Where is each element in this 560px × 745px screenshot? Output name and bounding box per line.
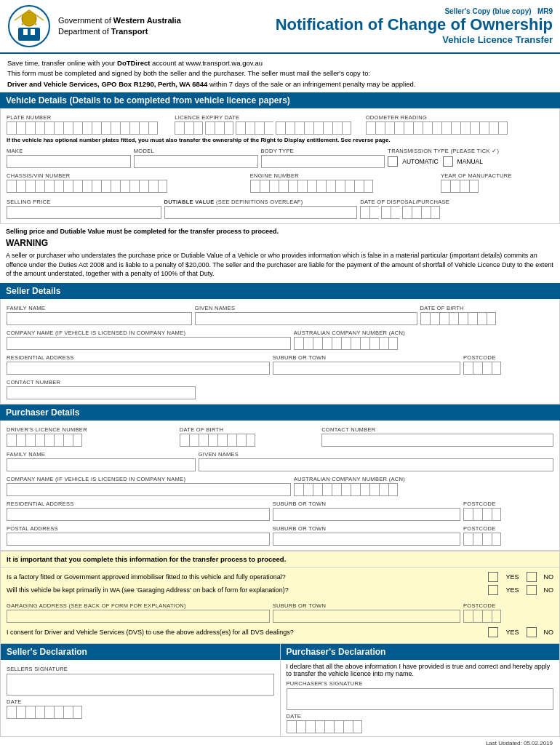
plate-licence-odometer-row: PLATE NUMBER LICENCE EXPIRY DATE [7, 111, 553, 135]
form-title-block: Seller's Copy (blue copy) MR9 Notificati… [223, 7, 553, 45]
purchaser-given-input[interactable] [199, 458, 553, 471]
disposal-date-input[interactable] [360, 206, 553, 219]
licence-expiry-input[interactable] [175, 121, 362, 135]
purchaser-contact-label: CONTACT NUMBER [321, 426, 553, 433]
purchasers-sig-input[interactable] [287, 688, 554, 710]
purchaser-family-input[interactable] [7, 458, 196, 471]
garaging-postcode-label: POSTCODE [463, 602, 553, 609]
seller-date-input[interactable] [7, 706, 274, 719]
seller-suburb-input[interactable] [273, 362, 460, 375]
garaging-input[interactable] [7, 610, 270, 623]
make-input[interactable] [7, 155, 131, 168]
seller-company-input[interactable] [7, 337, 291, 350]
purchaser-dob-input[interactable] [180, 434, 319, 447]
svg-rect-2 [18, 28, 40, 41]
plate-number-input[interactable] [7, 121, 172, 135]
odometer-input[interactable] [366, 121, 553, 135]
purchaser-contact-input[interactable] [321, 434, 553, 447]
purchaser-given-label: GIVEN NAMES [199, 451, 553, 458]
seller-contact-input[interactable] [7, 386, 196, 399]
garaging-label: GARAGING ADDRESS (SEE BACK OF FORM FOR E… [7, 602, 270, 609]
year-label: YEAR OF MANUFACTURE [441, 172, 553, 179]
chassis-engine-year-row: CHASSIS/VIN NUMBER ENGINE NUMBER [7, 170, 553, 193]
purchaser-acn-input[interactable] [294, 483, 553, 496]
body-type-label: BODY TYPE [261, 148, 385, 154]
automatic-checkbox[interactable] [388, 156, 398, 167]
purchaser-address-row: RESIDENTIAL ADDRESS SUBURB OR TOWN POSTC… [7, 498, 553, 521]
garaging-no-checkbox[interactable] [527, 585, 537, 595]
seller-name-dob-row: FAMILY NAME GIVEN NAMES DATE OF BIRTH [7, 302, 553, 325]
seller-postcode-input[interactable] [463, 362, 553, 375]
purchaser-suburb-label: SUBURB OR TOWN [273, 501, 460, 507]
purchaser-postal-postcode-input[interactable] [463, 533, 553, 546]
seller-acn-input[interactable] [294, 337, 553, 350]
purchaser-residential-input[interactable] [7, 508, 270, 521]
immobiliser-yes-no: YES NO [488, 572, 553, 582]
purchaser-postal-suburb-label: SUBURB OR TOWN [273, 525, 460, 532]
seller-decl-header: Seller's Declaration [1, 644, 280, 660]
seller-dob-label: DATE OF BIRTH [420, 305, 553, 311]
gov-logo [7, 4, 51, 48]
purchaser-postal-label: POSTAL ADDRESS [7, 525, 270, 532]
immobiliser-no-checkbox[interactable] [527, 572, 537, 582]
immobiliser-yes-checkbox[interactable] [488, 572, 498, 582]
odometer-label: ODOMETER READING [366, 114, 553, 121]
consent-no-checkbox[interactable] [527, 627, 537, 637]
purchaser-decl-header: Purchaser's Declaration [281, 644, 560, 660]
dutiable-value-input[interactable] [164, 206, 358, 219]
purchaser-family-label: FAMILY NAME [7, 451, 196, 458]
garaging-address-row: GARAGING ADDRESS (SEE BACK OF FORM FOR E… [7, 599, 553, 623]
body-type-input[interactable] [261, 155, 385, 168]
garaging-yes-label: YES [505, 586, 519, 594]
purchaser-postal-input[interactable] [7, 533, 270, 546]
chassis-input[interactable] [7, 180, 247, 193]
seller-family-input[interactable] [7, 312, 192, 325]
seller-contact-row: CONTACT NUMBER [7, 376, 553, 399]
purchaser-licence-input[interactable] [7, 434, 177, 447]
garaging-question: Will this vehicle be kept primarily in W… [7, 586, 488, 594]
purchaser-section: Purchaser Details DRIVER'S LICENCE NUMBE… [0, 405, 560, 551]
year-input[interactable] [441, 180, 553, 193]
sellers-sig-label: SELLERS SIGNATURE [7, 666, 274, 672]
seller-suburb-label: SUBURB OR TOWN [273, 354, 460, 361]
manual-label: MANUAL [457, 158, 483, 165]
garaging-yes-checkbox[interactable] [488, 585, 498, 595]
important-header: It is important that you complete this i… [0, 551, 560, 567]
garaging-postcode-input[interactable] [463, 610, 553, 623]
seller-contact-label: CONTACT NUMBER [7, 379, 196, 386]
sellers-sig-input[interactable] [7, 674, 274, 696]
purchaser-licence-label: DRIVER'S LICENCE NUMBER [7, 426, 177, 433]
purchasers-sig-label: PURCHASER'S SIGNATURE [287, 680, 554, 687]
purchaser-decl-text: I declare that all the above information… [287, 663, 554, 677]
purchaser-suburb-input[interactable] [273, 508, 460, 521]
price-date-row: SELLING PRICE DUTIABLE VALUE (SEE DEFINI… [7, 196, 553, 219]
model-input[interactable] [134, 155, 258, 168]
purchaser-company-input[interactable] [7, 483, 291, 496]
intro-block: Save time, transfer online with your DoT… [0, 54, 560, 92]
selling-price-input[interactable] [7, 206, 161, 219]
garaging-no-label: NO [544, 586, 554, 594]
optional-plates-note: If the vehicle has optional number plate… [7, 137, 553, 143]
consent-yes-no: YES NO [488, 627, 553, 637]
purchaser-postal-suburb-input[interactable] [273, 533, 460, 546]
purchaser-postcode-input[interactable] [463, 508, 553, 521]
warning-note: Selling price and Dutiable Value must be… [6, 227, 554, 236]
engine-input[interactable] [250, 180, 438, 193]
consent-row: I consent for Driver and Vehicle Service… [7, 627, 553, 637]
seller-dob-input[interactable] [420, 312, 553, 325]
vehicle-section: Vehicle Details (Details to be completed… [0, 92, 560, 283]
consent-yes-checkbox[interactable] [488, 627, 498, 637]
purchaser-postal-row: POSTAL ADDRESS SUBURB OR TOWN POSTCODE [7, 522, 553, 546]
manual-checkbox[interactable] [443, 156, 453, 167]
gov-line1: Government of [58, 16, 113, 25]
transmission-label: TRANSMISSION TYPE (PLEASE TICK ✓) [388, 148, 553, 154]
garaging-suburb-input[interactable] [273, 610, 460, 623]
seller-section: Seller Details FAMILY NAME GIVEN NAMES D… [0, 283, 560, 405]
seller-company-acn-row: COMPANY NAME (IF VEHICLE IS LICENSED IN … [7, 327, 553, 350]
purchaser-date-input[interactable] [287, 720, 554, 733]
svg-rect-4 [31, 29, 35, 35]
seller-residential-input[interactable] [7, 362, 270, 375]
seller-given-input[interactable] [195, 312, 417, 325]
purchaser-residential-label: RESIDENTIAL ADDRESS [7, 501, 270, 507]
immobiliser-question: Is a factory fitted or Government approv… [7, 573, 488, 581]
